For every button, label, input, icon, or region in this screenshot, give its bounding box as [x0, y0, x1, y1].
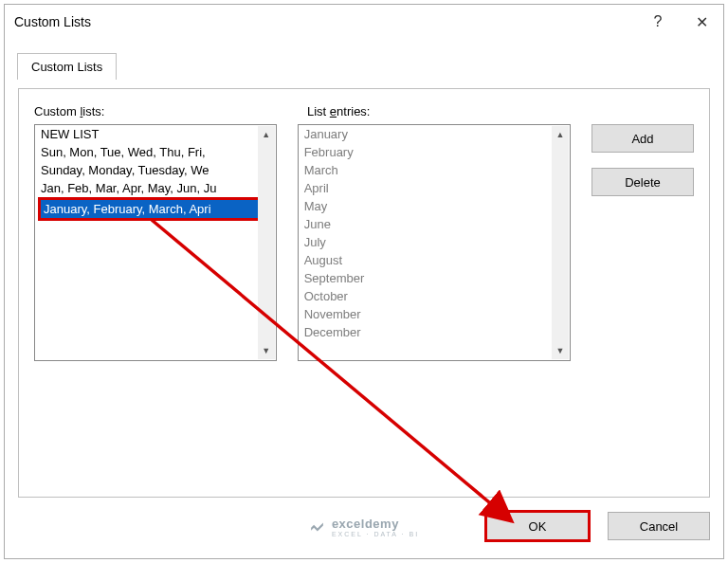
watermark-text: exceldemy EXCEL · DATA · BI: [332, 517, 419, 537]
close-button[interactable]: ✕: [680, 5, 723, 39]
right-buttons: Add Delete: [592, 124, 694, 361]
list-entries-label-post: ntries:: [337, 104, 370, 118]
scrollbar[interactable]: ▲ ▼: [258, 126, 275, 359]
list-item[interactable]: Sunday, Monday, Tuesday, We: [35, 161, 276, 179]
entry-item: July: [299, 233, 570, 251]
titlebar: Custom Lists ? ✕: [5, 5, 723, 39]
list-entries-label-pre: List: [307, 104, 330, 118]
entry-item: August: [299, 251, 570, 269]
entry-item: April: [299, 179, 570, 197]
entry-item: May: [299, 197, 570, 215]
list-entries-label-u: e: [330, 104, 337, 118]
entry-item: June: [299, 215, 570, 233]
entry-item: January: [299, 125, 570, 143]
custom-lists-label: Custom lists:: [34, 104, 286, 118]
custom-lists-listbox[interactable]: NEW LIST Sun, Mon, Tue, Wed, Thu, Fri, S…: [34, 124, 277, 361]
scroll-down-icon[interactable]: ▼: [552, 342, 569, 359]
list-entries-label: List entries:: [307, 104, 592, 118]
list-entries-listbox[interactable]: January February March April May June Ju…: [298, 124, 571, 361]
list-item[interactable]: Jan, Feb, Mar, Apr, May, Jun, Ju: [35, 179, 276, 197]
scroll-down-icon[interactable]: ▼: [258, 342, 275, 359]
delete-button-label: Delete: [625, 175, 661, 190]
cancel-button[interactable]: Cancel: [608, 512, 710, 540]
add-button[interactable]: Add: [592, 124, 694, 153]
list-item-selected[interactable]: January, February, March, Apri: [41, 200, 270, 218]
tabstrip: Custom Lists: [5, 52, 723, 79]
add-button-label: Add: [631, 132, 653, 146]
selected-list-highlight: January, February, March, Apri: [38, 197, 273, 221]
ok-button[interactable]: OK: [484, 510, 591, 542]
delete-button[interactable]: Delete: [592, 168, 694, 196]
entry-item: December: [299, 323, 570, 341]
ok-button-label: OK: [529, 519, 547, 534]
dialog-title: Custom Lists: [14, 14, 636, 29]
list-item[interactable]: Sun, Mon, Tue, Wed, Thu, Fri,: [35, 143, 276, 161]
tab-custom-lists[interactable]: Custom Lists: [17, 53, 117, 80]
main-panel: Custom lists: List entries: NEW LIST Sun…: [18, 88, 710, 498]
labels-row: Custom lists: List entries:: [34, 104, 694, 118]
custom-lists-label-post: ists:: [82, 104, 104, 118]
entry-item: September: [299, 269, 570, 287]
bottom-row: OK Cancel: [484, 507, 710, 545]
entry-item: October: [299, 287, 570, 305]
entry-item: February: [299, 143, 570, 161]
scroll-up-icon[interactable]: ▲: [552, 126, 569, 143]
watermark-brand: exceldemy: [332, 517, 399, 531]
cancel-button-label: Cancel: [640, 519, 678, 534]
entry-item: November: [299, 305, 570, 323]
watermark-sub: EXCEL · DATA · BI: [332, 531, 419, 537]
scrollbar[interactable]: ▲ ▼: [552, 126, 569, 359]
list-item[interactable]: NEW LIST: [35, 125, 276, 143]
custom-lists-dialog: Custom Lists ? ✕ Custom Lists Custom lis…: [4, 4, 724, 559]
scroll-up-icon[interactable]: ▲: [258, 126, 275, 143]
custom-lists-label-pre: Custom: [34, 104, 80, 118]
help-button[interactable]: ?: [636, 5, 680, 39]
content-row: NEW LIST Sun, Mon, Tue, Wed, Thu, Fri, S…: [34, 124, 694, 361]
logo-icon: [309, 518, 326, 536]
watermark: exceldemy EXCEL · DATA · BI: [309, 517, 419, 537]
entry-item: March: [299, 161, 570, 179]
